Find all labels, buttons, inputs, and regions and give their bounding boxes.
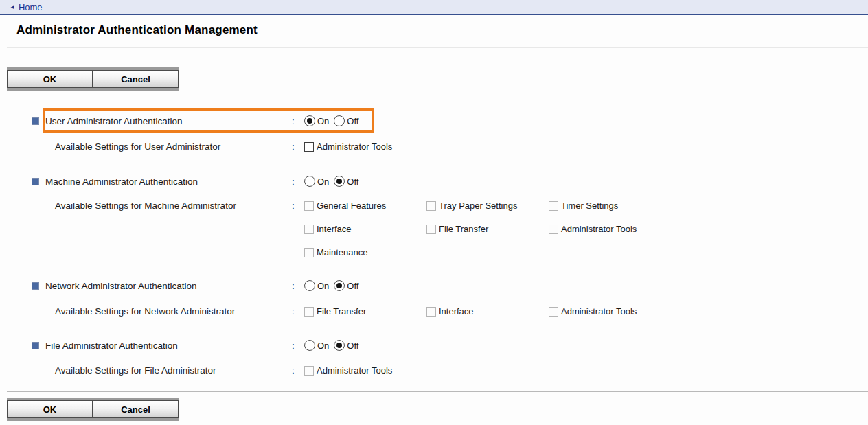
top-button-bar: OK Cancel [7, 67, 179, 91]
colon: : [292, 200, 304, 212]
option-label: Maintenance [317, 246, 367, 259]
administrator-tools-checkbox [304, 366, 314, 376]
colon: : [292, 281, 304, 291]
network-admin-on-radio[interactable] [304, 280, 315, 291]
bottom-divider [7, 391, 868, 392]
section-machine-admin-authentication: Machine Administrator Authentication : O… [0, 175, 868, 187]
option-label: Tray Paper Settings [439, 200, 517, 212]
machine-admin-off-radio[interactable] [334, 176, 345, 187]
colon: : [292, 341, 304, 351]
interface-checkbox [304, 225, 314, 234]
colon: : [292, 365, 304, 377]
file-transfer-checkbox [426, 225, 436, 234]
on-label: On [317, 341, 329, 351]
section-bullet-icon [32, 117, 39, 125]
title-divider [7, 47, 868, 48]
option-file-transfer: File Transfer [304, 306, 426, 318]
file-transfer-checkbox [304, 307, 314, 317]
available-settings-machine-admin-row: Available Settings for Machine Administr… [0, 200, 868, 259]
file-admin-off-radio[interactable] [334, 340, 345, 351]
section-network-admin-authentication: Network Administrator Authentication : O… [0, 279, 868, 292]
network-admin-off-radio[interactable] [334, 280, 345, 291]
option-label: Administrator Tools [561, 223, 637, 236]
section-bullet-icon [32, 178, 39, 185]
option-label: File Transfer [439, 223, 488, 236]
available-settings-label: Available Settings for User Administrato… [55, 141, 292, 153]
off-label: Off [347, 176, 358, 187]
available-settings-label: Available Settings for Machine Administr… [55, 200, 292, 212]
file-admin-on-radio[interactable] [304, 340, 315, 351]
option-label: Administrator Tools [317, 141, 392, 153]
network-admin-options: File Transfer Interface Administrator To… [304, 306, 637, 318]
file-admin-options: Administrator Tools [304, 365, 392, 377]
user-admin-on-radio[interactable] [304, 115, 315, 126]
file-admin-auth-radio-group: On Off [304, 339, 363, 352]
ok-button-bottom[interactable]: OK [7, 400, 93, 418]
maintenance-checkbox [304, 248, 314, 257]
cancel-button-top[interactable]: Cancel [93, 70, 179, 88]
machine-admin-on-radio[interactable] [304, 176, 315, 187]
colon: : [292, 141, 304, 153]
section-label: User Administrator Authentication [45, 116, 292, 126]
off-label: Off [347, 281, 358, 291]
home-link[interactable]: ◄ Home [10, 2, 43, 12]
highlight-box: User Administrator Authentication : On O… [43, 108, 374, 133]
off-label: Off [347, 341, 358, 351]
bottom-button-bar: OK Cancel [7, 398, 179, 421]
option-maintenance: Maintenance [304, 246, 367, 259]
option-interface: Interface [304, 223, 426, 236]
option-administrator-tools: Administrator Tools [549, 223, 637, 236]
administrator-tools-checkbox [549, 225, 558, 234]
network-admin-auth-radio-group: On Off [304, 279, 363, 292]
available-settings-label: Available Settings for File Administrato… [55, 365, 292, 377]
option-label: General Features [317, 200, 386, 212]
option-file-transfer: File Transfer [426, 223, 549, 236]
section-bullet-icon [32, 282, 39, 290]
general-features-checkbox [304, 201, 314, 211]
available-settings-network-admin-row: Available Settings for Network Administr… [0, 306, 868, 318]
machine-admin-options: General Features Tray Paper Settings Tim… [304, 200, 637, 259]
on-label: On [317, 176, 329, 187]
option-general-features: General Features [304, 200, 426, 212]
option-tray-paper-settings: Tray Paper Settings [426, 200, 549, 212]
colon: : [292, 176, 304, 187]
off-label: Off [347, 116, 358, 126]
option-label: Interface [317, 223, 352, 236]
colon: : [292, 306, 304, 318]
colon: : [292, 116, 304, 126]
option-interface: Interface [426, 306, 549, 318]
timer-settings-checkbox [549, 201, 558, 211]
option-label: File Transfer [317, 306, 366, 318]
section-file-admin-authentication: File Administrator Authentication : On O… [0, 339, 868, 352]
available-settings-user-admin-row: Available Settings for User Administrato… [0, 141, 868, 153]
option-administrator-tools: Administrator Tools [549, 306, 637, 318]
section-label: Network Administrator Authentication [45, 281, 292, 291]
on-label: On [317, 116, 329, 126]
breadcrumb-bar: ◄ Home [0, 0, 868, 15]
available-settings-file-admin-row: Available Settings for File Administrato… [0, 365, 868, 377]
option-administrator-tools: Administrator Tools [304, 141, 392, 153]
user-admin-auth-radio-group: On Off [304, 115, 363, 127]
back-arrow-icon: ◄ [10, 4, 15, 10]
home-link-label: Home [19, 2, 43, 12]
option-label: Interface [439, 306, 474, 318]
page-title: Administrator Authentication Management [0, 15, 868, 38]
administrator-tools-checkbox [549, 307, 558, 317]
ok-button-top[interactable]: OK [7, 70, 93, 88]
user-admin-options: Administrator Tools [304, 141, 392, 153]
option-administrator-tools: Administrator Tools [304, 365, 392, 377]
on-label: On [317, 281, 329, 291]
administrator-tools-checkbox[interactable] [304, 142, 314, 152]
interface-checkbox [426, 307, 436, 317]
section-label: File Administrator Authentication [45, 341, 292, 351]
cancel-button-bottom[interactable]: Cancel [93, 400, 179, 418]
machine-admin-auth-radio-group: On Off [304, 175, 363, 187]
available-settings-label: Available Settings for Network Administr… [55, 306, 292, 318]
option-timer-settings: Timer Settings [549, 200, 618, 212]
tray-paper-settings-checkbox [426, 201, 436, 211]
section-bullet-icon [32, 342, 39, 349]
user-admin-off-radio[interactable] [334, 115, 345, 126]
option-label: Timer Settings [561, 200, 618, 212]
admin-auth-management-page: ◄ Home Administrator Authentication Mana… [0, 0, 868, 421]
section-label: Machine Administrator Authentication [45, 176, 292, 187]
